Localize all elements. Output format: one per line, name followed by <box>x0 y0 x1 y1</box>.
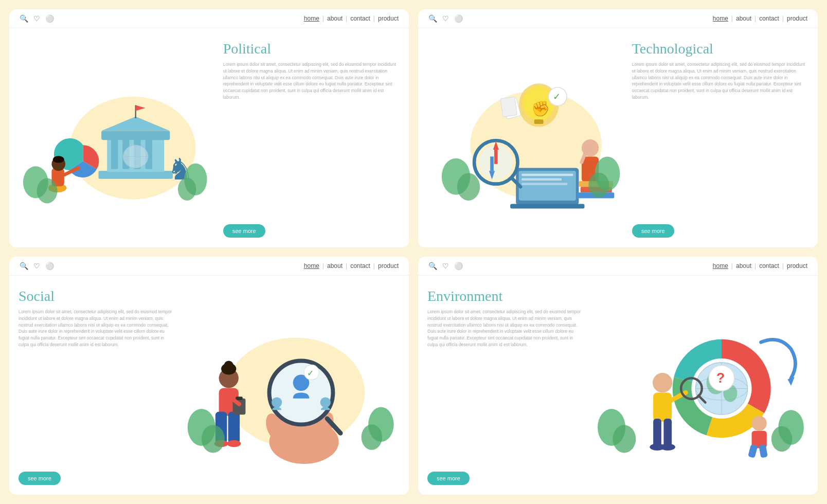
nav-contact-political[interactable]: contact <box>350 15 370 22</box>
panel-content-social: Social Lorem ipsum dolor sit amet, conse… <box>9 276 409 492</box>
clipboard-clip <box>236 397 243 400</box>
nav-links-political: home | about | contact | product <box>304 15 399 22</box>
heart-icon[interactable]: ♡ <box>33 14 40 23</box>
panel-content-tech: ✊ ✓ <box>418 28 818 245</box>
leaf-right-2 <box>178 177 196 200</box>
search-icon-social[interactable]: 🔍 <box>20 262 28 270</box>
screen-line-3 <box>522 183 567 185</box>
panel-content-political: ♞ <box>9 28 409 245</box>
leaf-tl2 <box>457 173 480 201</box>
nav-home-political[interactable]: home <box>304 15 319 22</box>
heart-icon-tech[interactable]: ♡ <box>442 14 449 23</box>
question-mark: ? <box>716 370 725 386</box>
arrow-down-stem <box>490 156 494 171</box>
leaf-left-2 <box>37 178 58 204</box>
nav-product-political[interactable]: product <box>378 15 399 22</box>
screen-line-1 <box>522 174 573 176</box>
panel-technological: 🔍 ♡ ⚪ home | about | contact | product <box>418 9 818 247</box>
man-leg-left <box>653 419 661 446</box>
search-icon-env[interactable]: 🔍 <box>428 262 437 270</box>
user-icon[interactable]: ⚪ <box>45 14 54 23</box>
lorem-political: Lorem ipsum dolor sit amet, consectetur … <box>223 61 400 101</box>
text-panel-env: Environment Lorem ipsum dolor sit amet, … <box>427 283 583 485</box>
search-icon-tech[interactable]: 🔍 <box>428 14 437 23</box>
nav-bar-political: 🔍 ♡ ⚪ home | about | contact | product <box>9 9 409 28</box>
see-more-env[interactable]: see more <box>427 472 470 485</box>
nav-about-political[interactable]: about <box>327 15 343 22</box>
title-env: Environment <box>427 288 583 304</box>
nav-bar-social: 🔍 ♡ ⚪ home | about | contact | product <box>9 257 409 276</box>
leaf-el2 <box>613 425 636 453</box>
small-person-1-head <box>272 397 282 407</box>
social-svg: ✓ <box>179 283 400 485</box>
person2-head <box>752 416 767 430</box>
check-mark: ✓ <box>553 92 561 102</box>
laptop-base <box>510 204 584 209</box>
user-icon-social[interactable]: ⚪ <box>45 262 54 270</box>
nav-product-social[interactable]: product <box>378 262 399 269</box>
text-panel-tech: Technological Lorem ipsum dolor sit amet… <box>627 35 808 238</box>
small-person-2-head <box>320 397 331 407</box>
nav-contact-tech[interactable]: contact <box>759 15 779 22</box>
title-social: Social <box>19 288 174 304</box>
user-icon-tech[interactable]: ⚪ <box>454 14 463 23</box>
nav-icons-technological: 🔍 ♡ ⚪ <box>428 14 463 23</box>
nav-product-tech[interactable]: product <box>787 15 807 22</box>
woman-bun <box>224 361 233 370</box>
building-base <box>99 171 173 179</box>
social-magnifier-glass <box>269 361 333 424</box>
title-political: Political <box>223 41 400 57</box>
political-svg: ♞ <box>19 35 213 238</box>
env-svg: ? <box>588 283 808 485</box>
lorem-tech: Lorem ipsum dolor sit amet, consectetur … <box>632 61 808 101</box>
nav-about-social[interactable]: about <box>327 262 343 269</box>
bulb-base <box>534 119 544 124</box>
title-tech: Technological <box>632 41 808 57</box>
nav-home-env[interactable]: home <box>713 262 728 269</box>
illustration-tech: ✊ ✓ <box>427 35 622 238</box>
nav-links-technological: home | about | contact | product <box>713 15 807 22</box>
arrow-up-stem <box>494 150 498 164</box>
illustration-social: ✓ <box>179 283 400 485</box>
check-person: ✓ <box>307 369 314 377</box>
leaf-tr2 <box>588 172 609 197</box>
nav-links-env: home | about | contact | product <box>713 262 807 269</box>
nav-links-social: home | about | contact | product <box>304 262 399 269</box>
heart-icon-social[interactable]: ♡ <box>33 262 40 270</box>
lorem-social: Lorem ipsum dolor sit amet, consectetur … <box>19 309 174 348</box>
user-icon-env[interactable]: ⚪ <box>454 262 463 270</box>
fist-icon: ✊ <box>531 100 550 118</box>
arrow-head-env <box>787 377 795 386</box>
leaf-er2 <box>771 426 793 452</box>
woman-pants-right <box>228 412 240 444</box>
illustration-political: ♞ <box>19 35 213 238</box>
nav-home-tech[interactable]: home <box>713 15 728 22</box>
text-panel-political: Political Lorem ipsum dolor sit amet, co… <box>218 35 400 238</box>
nav-icons-env: 🔍 ♡ ⚪ <box>428 262 463 270</box>
man-head <box>653 373 672 392</box>
person2-leg-left <box>748 444 758 458</box>
nav-icons-social: 🔍 ♡ ⚪ <box>20 262 54 270</box>
nav-about-tech[interactable]: about <box>736 15 751 22</box>
paper-2 <box>500 97 517 117</box>
heart-icon-env[interactable]: ♡ <box>442 262 449 270</box>
nav-contact-social[interactable]: contact <box>350 262 370 269</box>
nav-contact-env[interactable]: contact <box>759 262 779 269</box>
nav-icons-political: 🔍 ♡ ⚪ <box>20 14 54 23</box>
nav-product-env[interactable]: product <box>787 262 807 269</box>
text-panel-social: Social Lorem ipsum dolor sit amet, conse… <box>19 283 174 485</box>
see-more-tech[interactable]: see more <box>632 224 674 238</box>
panel-social: 🔍 ♡ ⚪ home | about | contact | product S… <box>9 257 409 495</box>
building-roof <box>101 131 170 140</box>
see-more-political[interactable]: see more <box>223 224 265 238</box>
lorem-env: Lorem ipsum dolor sit amet, consectetur … <box>427 309 583 348</box>
shoe-right <box>227 440 241 447</box>
tech-svg: ✊ ✓ <box>427 35 622 238</box>
nav-home-social[interactable]: home <box>304 262 319 269</box>
nav-about-env[interactable]: about <box>736 262 751 269</box>
panel-content-env: Environment Lorem ipsum dolor sit amet, … <box>418 276 818 492</box>
man-body <box>653 392 672 421</box>
search-icon[interactable]: 🔍 <box>20 14 28 23</box>
see-more-social[interactable]: see more <box>19 472 61 485</box>
screen-line-2 <box>522 178 562 181</box>
